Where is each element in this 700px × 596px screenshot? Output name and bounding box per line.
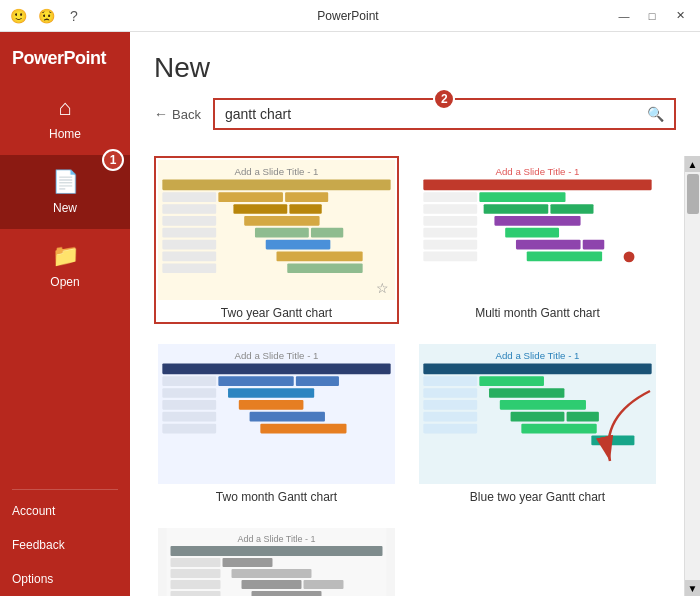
back-label: Back	[172, 107, 201, 122]
svg-rect-30	[423, 228, 477, 238]
svg-rect-71	[223, 558, 273, 567]
svg-rect-75	[242, 580, 302, 589]
template-card-five-year-gantt[interactable]: Add a Slide Title - 1	[154, 524, 399, 596]
close-button[interactable]: ✕	[668, 6, 692, 26]
svg-rect-51	[260, 424, 346, 434]
template-thumb-two-year-gantt: Add a Slide Title - 1	[158, 160, 395, 300]
svg-rect-28	[423, 216, 477, 226]
sidebar-spacer	[0, 303, 130, 485]
svg-rect-70	[171, 558, 221, 567]
svg-rect-43	[296, 376, 339, 386]
restore-button[interactable]: □	[640, 6, 664, 26]
template-thumb-multi-month-gantt: Add a Slide Title - 1	[419, 160, 656, 300]
new-icon: 📄	[52, 169, 79, 195]
svg-rect-57	[423, 388, 477, 398]
svg-rect-32	[423, 240, 477, 250]
svg-rect-23	[423, 192, 477, 202]
content-header: New ← Back 2 🔍	[130, 32, 700, 156]
sidebar: PowerPoint ⌂ Home 1 📄 New 📁 Open Account…	[0, 32, 130, 596]
svg-rect-49	[250, 412, 325, 422]
svg-text:Add a Slide Title - 1: Add a Slide Title - 1	[234, 166, 318, 177]
sidebar-home-label: Home	[49, 127, 81, 141]
svg-rect-11	[162, 228, 216, 238]
svg-text:Add a Slide Title - 1: Add a Slide Title - 1	[237, 534, 315, 544]
svg-rect-63	[567, 412, 599, 422]
template-label-blue-two-year-gantt: Blue two year Gantt chart	[470, 490, 605, 504]
template-label-multi-month-gantt: Multi month Gantt chart	[475, 306, 600, 320]
titlebar: 🙂 😟 ? PowerPoint — □ ✕	[0, 0, 700, 32]
emoji-happy-icon[interactable]: 🙂	[8, 8, 28, 24]
svg-rect-60	[500, 400, 586, 410]
sidebar-item-options[interactable]: Options	[0, 562, 130, 596]
titlebar-left: 🙂 😟 ?	[8, 8, 84, 24]
svg-rect-16	[162, 252, 216, 262]
svg-rect-17	[277, 252, 363, 262]
scrollbar-thumb[interactable]	[687, 174, 699, 214]
svg-rect-66	[591, 436, 634, 446]
search-container: 2 🔍	[213, 98, 676, 130]
svg-rect-64	[423, 424, 477, 434]
svg-rect-77	[171, 591, 221, 596]
sidebar-badge-1: 1	[102, 149, 124, 171]
template-label-two-year-gantt: Two year Gantt chart	[221, 306, 332, 320]
svg-text:Add a Slide Title - 1: Add a Slide Title - 1	[234, 350, 318, 361]
sidebar-item-open[interactable]: 📁 Open	[0, 229, 130, 303]
emoji-sad-icon[interactable]: 😟	[36, 8, 56, 24]
svg-rect-56	[479, 376, 544, 386]
svg-rect-25	[423, 204, 477, 214]
template-label-two-month-gantt: Two month Gantt chart	[216, 490, 337, 504]
svg-rect-5	[285, 192, 328, 202]
minimize-button[interactable]: —	[612, 6, 636, 26]
template-card-two-year-gantt[interactable]: Add a Slide Title - 1	[154, 156, 399, 324]
svg-text:Add a Slide Title - 1: Add a Slide Title - 1	[495, 166, 579, 177]
svg-rect-61	[423, 412, 477, 422]
search-badge-2: 2	[433, 88, 455, 110]
svg-rect-65	[521, 424, 596, 434]
svg-rect-33	[516, 240, 581, 250]
svg-rect-18	[162, 263, 216, 273]
svg-rect-3	[162, 192, 216, 202]
back-arrow-icon: ←	[154, 106, 168, 122]
back-button[interactable]: ← Back	[154, 106, 201, 122]
template-card-multi-month-gantt[interactable]: Add a Slide Title - 1	[415, 156, 660, 324]
svg-rect-7	[233, 204, 287, 214]
svg-rect-14	[162, 240, 216, 250]
content-area: New ← Back 2 🔍	[130, 32, 700, 596]
sidebar-item-new[interactable]: 1 📄 New	[0, 155, 130, 229]
svg-rect-76	[304, 580, 344, 589]
svg-rect-41	[162, 376, 216, 386]
scrollbar-up-button[interactable]: ▲	[685, 156, 701, 172]
svg-rect-48	[162, 412, 216, 422]
template-card-two-month-gantt[interactable]: Add a Slide Title - 1	[154, 340, 399, 508]
sidebar-item-feedback[interactable]: Feedback	[0, 528, 130, 562]
window-title: PowerPoint	[84, 9, 612, 23]
svg-rect-2	[162, 179, 390, 190]
sidebar-item-account[interactable]: Account	[0, 494, 130, 528]
svg-rect-8	[289, 204, 321, 214]
favorite-star-icon[interactable]: ☆	[376, 280, 389, 296]
template-card-blue-two-year-gantt[interactable]: Add a Slide Title - 1	[415, 340, 660, 508]
svg-rect-45	[228, 388, 314, 398]
template-thumb-blue-two-year-gantt: Add a Slide Title - 1	[419, 344, 656, 484]
sidebar-item-home[interactable]: ⌂ Home	[0, 81, 130, 155]
svg-rect-36	[527, 252, 602, 262]
svg-rect-69	[171, 546, 383, 556]
svg-rect-31	[505, 228, 559, 238]
svg-rect-6	[162, 204, 216, 214]
svg-rect-74	[171, 580, 221, 589]
sidebar-open-label: Open	[50, 275, 79, 289]
svg-rect-24	[479, 192, 565, 202]
svg-rect-9	[162, 216, 216, 226]
svg-rect-13	[311, 228, 343, 238]
search-input[interactable]	[225, 106, 647, 122]
help-icon[interactable]: ?	[64, 8, 84, 24]
search-row: ← Back 2 🔍	[154, 98, 676, 130]
svg-rect-44	[162, 388, 216, 398]
svg-rect-47	[239, 400, 304, 410]
svg-rect-42	[218, 376, 293, 386]
open-folder-icon: 📁	[52, 243, 79, 269]
svg-rect-29	[494, 216, 580, 226]
scrollbar-down-button[interactable]: ▼	[685, 580, 701, 596]
svg-rect-54	[423, 363, 651, 374]
search-magnifier-icon[interactable]: 🔍	[647, 106, 664, 122]
